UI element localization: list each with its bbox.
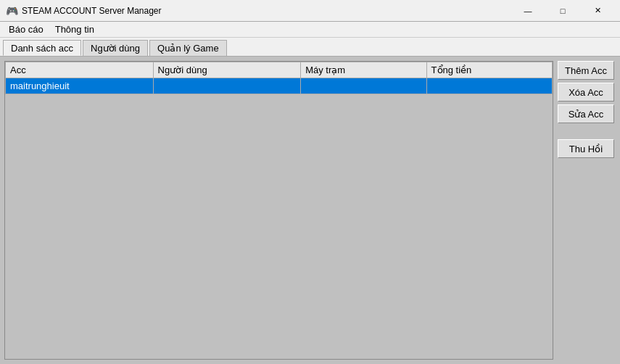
cell-acc: maitrunghieuit [6, 78, 154, 94]
table-header-row: Acc Người dùng Máy trạm Tổng tiền [6, 62, 553, 78]
tab-bar: Danh sách acc Người dùng Quản lý Game [0, 38, 620, 57]
col-header-acc: Acc [6, 62, 154, 78]
cell-nguoi-dung [153, 78, 301, 94]
sua-acc-button[interactable]: Sửa Acc [558, 104, 614, 123]
maximize-button[interactable]: □ [546, 0, 579, 22]
col-header-nguoi-dung: Người dùng [153, 62, 301, 78]
them-acc-button[interactable]: Thêm Acc [558, 61, 614, 80]
col-header-tong-tien: Tổng tiền [426, 62, 552, 78]
menu-item-bao-cao[interactable]: Báo cáo [3, 22, 49, 36]
table-container: Acc Người dùng Máy trạm Tổng tiền maitru… [4, 61, 553, 360]
menu-bar: Báo cáo Thông tin [0, 22, 620, 38]
table-row[interactable]: maitrunghieuit [6, 78, 553, 94]
title-bar: 🎮 STEAM ACCOUNT Server Manager — □ ✕ [0, 0, 620, 22]
xoa-acc-button[interactable]: Xóa Acc [558, 83, 614, 102]
cell-may-tram [301, 78, 426, 94]
table-wrapper[interactable]: Acc Người dùng Máy trạm Tổng tiền maitru… [5, 62, 553, 359]
tab-nguoi-dung[interactable]: Người dùng [83, 40, 148, 56]
button-panel: Thêm Acc Xóa Acc Sửa Acc Thu Hồi [558, 61, 616, 360]
main-content: Acc Người dùng Máy trạm Tổng tiền maitru… [0, 57, 620, 364]
close-button[interactable]: ✕ [581, 0, 614, 22]
title-bar-text: STEAM ACCOUNT Server Manager [22, 6, 511, 16]
minimize-button[interactable]: — [511, 0, 545, 22]
tab-danh-sach-acc[interactable]: Danh sách acc [3, 40, 81, 56]
app-icon: 🎮 [6, 5, 17, 17]
button-spacer [558, 126, 616, 136]
title-bar-controls: — □ ✕ [511, 0, 614, 22]
col-header-may-tram: Máy trạm [301, 62, 426, 78]
accounts-table: Acc Người dùng Máy trạm Tổng tiền maitru… [5, 62, 553, 94]
thu-hoi-button[interactable]: Thu Hồi [558, 139, 614, 158]
menu-item-thong-tin[interactable]: Thông tin [49, 22, 100, 36]
tab-quan-ly-game[interactable]: Quản lý Game [149, 40, 227, 56]
cell-tong-tien [426, 78, 552, 94]
